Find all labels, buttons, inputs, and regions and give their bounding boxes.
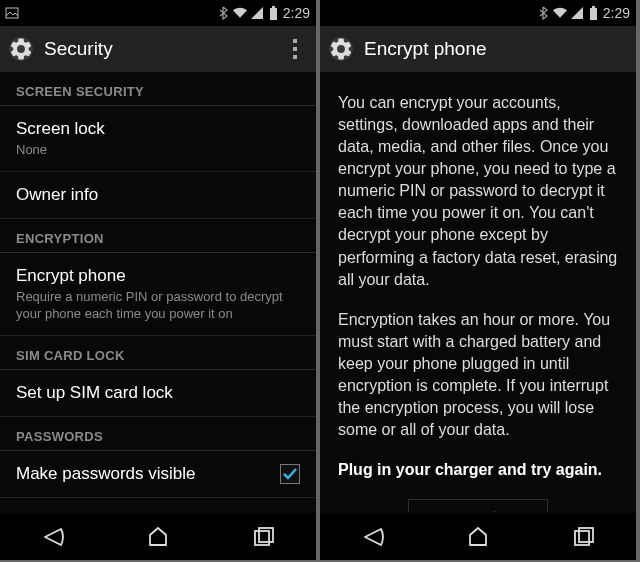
- nav-bar: [0, 512, 316, 560]
- item-screen-lock[interactable]: Screen lock None: [0, 106, 316, 172]
- screen-lock-label: Screen lock: [16, 118, 300, 140]
- item-encrypt-phone[interactable]: Encrypt phone Require a numeric PIN or p…: [0, 253, 316, 336]
- overflow-menu-button[interactable]: [280, 29, 310, 69]
- section-screen-security: SCREEN SECURITY: [0, 72, 316, 106]
- app-bar: Encrypt phone: [320, 26, 636, 72]
- item-owner-info[interactable]: Owner info: [0, 172, 316, 219]
- home-button[interactable]: [438, 517, 518, 557]
- wifi-icon: [552, 5, 568, 21]
- signal-icon: [569, 5, 585, 21]
- settings-icon[interactable]: [6, 34, 36, 64]
- svg-rect-1: [272, 6, 275, 8]
- page-title: Encrypt phone: [364, 38, 630, 60]
- encrypt-paragraph-2: Encryption takes an hour or more. You mu…: [338, 309, 618, 441]
- svg-rect-4: [255, 531, 269, 545]
- svg-rect-5: [259, 528, 273, 542]
- recents-button[interactable]: [223, 517, 303, 557]
- back-button[interactable]: [333, 517, 413, 557]
- sim-lock-label: Set up SIM card lock: [16, 382, 300, 404]
- svg-rect-9: [575, 531, 589, 545]
- bluetooth-icon: [535, 5, 551, 21]
- clock: 2:29: [283, 5, 310, 21]
- page-title: Security: [44, 38, 280, 60]
- app-bar: Security: [0, 26, 316, 72]
- section-sim-lock: SIM CARD LOCK: [0, 336, 316, 370]
- svg-rect-0: [6, 8, 18, 18]
- section-passwords: PASSWORDS: [0, 417, 316, 451]
- settings-list[interactable]: SCREEN SECURITY Screen lock None Owner i…: [0, 72, 316, 512]
- settings-icon[interactable]: [326, 34, 356, 64]
- gallery-icon: [4, 5, 20, 21]
- section-device-admin: DEVICE ADMINISTRATION: [0, 498, 316, 512]
- svg-rect-7: [590, 8, 597, 20]
- encrypt-info-pane[interactable]: You can encrypt your accounts, settings,…: [320, 72, 636, 512]
- svg-rect-2: [270, 8, 277, 20]
- passwords-visible-checkbox[interactable]: [280, 464, 300, 484]
- signal-icon: [249, 5, 265, 21]
- status-bar: 2:29: [320, 0, 636, 26]
- passwords-visible-label: Make passwords visible: [16, 463, 280, 485]
- clock: 2:29: [603, 5, 630, 21]
- battery-icon: [266, 5, 282, 21]
- home-button[interactable]: [118, 517, 198, 557]
- back-button[interactable]: [13, 517, 93, 557]
- screen-lock-value: None: [16, 142, 300, 159]
- encrypt-phone-label: Encrypt phone: [16, 265, 300, 287]
- phone-right: 2:29 Encrypt phone You can encrypt your …: [320, 0, 636, 560]
- item-sim-lock[interactable]: Set up SIM card lock: [0, 370, 316, 417]
- status-bar: 2:29: [0, 0, 316, 26]
- encrypt-paragraph-1: You can encrypt your accounts, settings,…: [338, 92, 618, 291]
- section-encryption: ENCRYPTION: [0, 219, 316, 253]
- bluetooth-icon: [215, 5, 231, 21]
- wifi-icon: [232, 5, 248, 21]
- recents-button[interactable]: [543, 517, 623, 557]
- svg-rect-10: [579, 528, 593, 542]
- encrypt-phone-button: Encrypt phone: [408, 499, 548, 512]
- item-passwords-visible[interactable]: Make passwords visible: [0, 451, 316, 498]
- phone-left: 2:29 Security SCREEN SECURITY Screen loc…: [0, 0, 316, 560]
- encrypt-phone-desc: Require a numeric PIN or password to dec…: [16, 289, 300, 323]
- battery-icon: [586, 5, 602, 21]
- nav-bar: [320, 512, 636, 560]
- svg-rect-6: [592, 6, 595, 8]
- encrypt-warning: Plug in your charger and try again.: [338, 459, 618, 481]
- owner-info-label: Owner info: [16, 184, 300, 206]
